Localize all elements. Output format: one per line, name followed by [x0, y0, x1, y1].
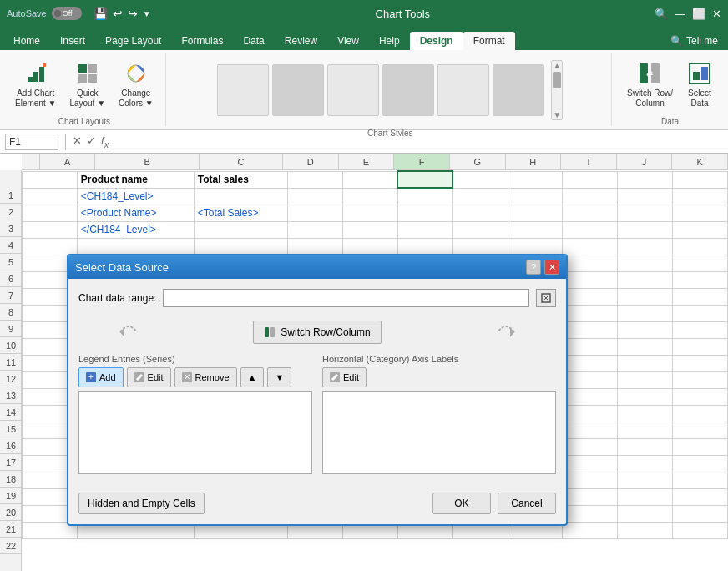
formula-input[interactable]	[112, 136, 723, 148]
cell-e1[interactable]	[342, 171, 397, 188]
cell-e2[interactable]	[342, 188, 397, 205]
chart-style-3[interactable]	[327, 64, 379, 116]
search-icon[interactable]: 🔍	[655, 8, 668, 20]
tab-format[interactable]: Format	[463, 32, 515, 50]
cell-f1[interactable]	[397, 171, 452, 188]
dialog-help-button[interactable]: ?	[526, 260, 541, 275]
move-down-button[interactable]: ▼	[267, 367, 291, 387]
col-header-d[interactable]: D	[283, 154, 339, 169]
chart-style-6[interactable]	[493, 64, 544, 116]
row-21[interactable]: 21	[0, 521, 22, 538]
row-15[interactable]: 15	[0, 421, 22, 437]
switch-row-column-button[interactable]: ⇄ Switch Row/Column	[622, 57, 678, 112]
edit-series-button[interactable]: Edit	[127, 367, 171, 387]
right-arrow-button[interactable]	[473, 317, 523, 347]
cell-d4[interactable]	[288, 221, 343, 238]
cell-c4[interactable]	[194, 221, 287, 238]
row-6[interactable]: 6	[0, 270, 22, 287]
remove-series-button[interactable]: ✕ Remove	[174, 367, 237, 387]
chart-range-collapse-button[interactable]	[536, 289, 556, 307]
minimize-icon[interactable]: —	[675, 8, 685, 20]
add-chart-element-button[interactable]: Add ChartElement ▼	[10, 57, 61, 112]
cell-f2[interactable]	[397, 188, 452, 205]
row-4[interactable]: 4	[0, 237, 22, 254]
cell-g3[interactable]	[452, 205, 508, 221]
row-19[interactable]: 19	[0, 488, 22, 504]
cell-j4[interactable]	[618, 221, 673, 238]
col-header-k[interactable]: K	[672, 154, 728, 169]
tab-design[interactable]: Design	[410, 32, 463, 50]
tab-insert[interactable]: Insert	[50, 32, 95, 50]
col-header-b[interactable]: B	[95, 154, 200, 169]
row-20[interactable]: 20	[0, 504, 22, 521]
cell-c3[interactable]: <Total Sales>	[194, 205, 287, 221]
confirm-formula-icon[interactable]: ✓	[87, 134, 96, 149]
row-7[interactable]: 7	[0, 287, 22, 304]
add-series-button[interactable]: + Add	[78, 367, 124, 387]
cell-a2[interactable]	[23, 188, 78, 205]
chart-style-5[interactable]	[437, 64, 489, 116]
cell-h4[interactable]	[508, 221, 563, 238]
col-header-a[interactable]: A	[40, 154, 96, 169]
cell-k2[interactable]	[673, 188, 728, 205]
save-icon[interactable]: 💾	[94, 7, 108, 20]
horizontal-axis-list[interactable]	[322, 391, 556, 474]
cell-j3[interactable]	[618, 205, 673, 221]
chart-styles-scrollbar[interactable]: ▲ ▼	[551, 60, 563, 120]
cell-b3[interactable]: <Product Name>	[77, 205, 194, 221]
redo-icon[interactable]: ↪	[128, 7, 138, 20]
row-10[interactable]: 10	[0, 337, 22, 354]
row-17[interactable]: 17	[0, 454, 22, 471]
tell-me-box[interactable]: 🔍 Tell me	[664, 32, 725, 50]
cell-a4[interactable]	[23, 221, 78, 238]
cell-j2[interactable]	[618, 188, 673, 205]
cell-g2[interactable]	[452, 188, 508, 205]
tab-help[interactable]: Help	[369, 32, 410, 50]
cell-d3[interactable]	[288, 205, 343, 221]
legend-entries-list[interactable]	[78, 391, 312, 474]
cell-b4[interactable]: </CH184_Level>	[77, 221, 194, 238]
cell-k4[interactable]	[673, 221, 728, 238]
edit-axis-button[interactable]: Edit	[322, 367, 367, 387]
tab-formulas[interactable]: Formulas	[171, 32, 233, 50]
tab-page-layout[interactable]: Page Layout	[95, 32, 171, 50]
col-header-g[interactable]: G	[450, 154, 506, 169]
row-18[interactable]: 18	[0, 471, 22, 488]
cell-i1[interactable]	[563, 171, 618, 188]
chart-range-input[interactable]	[163, 289, 529, 307]
row-13[interactable]: 13	[0, 387, 22, 404]
name-box[interactable]	[5, 134, 58, 150]
col-header-e[interactable]: E	[339, 154, 395, 169]
cell-b2[interactable]: <CH184_Level>	[77, 188, 194, 205]
row-9[interactable]: 9	[0, 321, 22, 337]
row-2[interactable]: 2	[0, 204, 22, 220]
cell-d2[interactable]	[288, 188, 343, 205]
cancel-button[interactable]: Cancel	[498, 493, 556, 514]
row-8[interactable]: 8	[0, 304, 22, 321]
col-header-h[interactable]: H	[506, 154, 562, 169]
cell-b1[interactable]: Product name	[77, 171, 194, 188]
cell-h3[interactable]	[508, 205, 563, 221]
row-3[interactable]: 3	[0, 220, 22, 237]
col-header-j[interactable]: J	[617, 154, 673, 169]
restore-icon[interactable]: ⬜	[692, 8, 705, 20]
move-up-button[interactable]: ▲	[240, 367, 265, 387]
row-11[interactable]: 11	[0, 354, 22, 371]
cell-a1[interactable]	[23, 171, 78, 188]
close-icon[interactable]: ✕	[712, 8, 721, 20]
tab-home[interactable]: Home	[3, 32, 50, 50]
cell-i4[interactable]	[563, 221, 618, 238]
cell-j1[interactable]	[618, 171, 673, 188]
cell-a3[interactable]	[23, 205, 78, 221]
chart-style-4[interactable]	[382, 64, 434, 116]
cell-i2[interactable]	[563, 188, 618, 205]
tab-review[interactable]: Review	[275, 32, 327, 50]
row-5[interactable]: 5	[0, 254, 22, 270]
cell-c1[interactable]: Total sales	[194, 171, 287, 188]
row-14[interactable]: 14	[0, 404, 22, 421]
hidden-empty-cells-button[interactable]: Hidden and Empty Cells	[78, 493, 205, 514]
cell-g4[interactable]	[452, 221, 508, 238]
ok-button[interactable]: OK	[432, 493, 491, 514]
tab-data[interactable]: Data	[233, 32, 274, 50]
cell-k1[interactable]	[673, 171, 728, 188]
